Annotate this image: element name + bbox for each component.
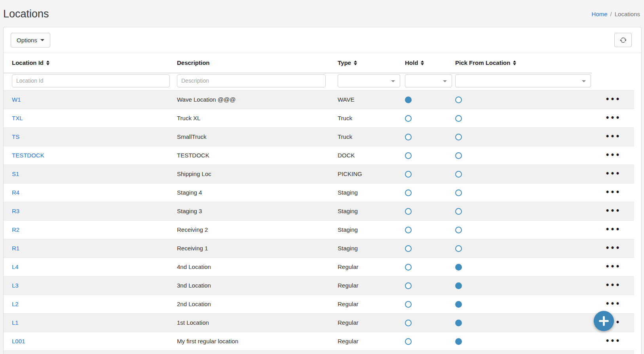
page-title: Locations [3, 8, 49, 20]
location-id-link[interactable]: R3 [12, 208, 19, 214]
location-id-link[interactable]: W1 [12, 96, 21, 103]
page-header: Locations Home / Locations [0, 0, 644, 27]
hold-radio-icon[interactable] [405, 320, 412, 326]
pick-from-location-radio-icon[interactable] [455, 208, 462, 215]
column-header-actions [592, 53, 634, 73]
column-header-description: Description [177, 53, 338, 73]
description-cell: Receiving 2 [177, 226, 208, 233]
table-row: W1 Wave Location @@@ WAVE ••• [4, 90, 634, 109]
row-actions-button[interactable]: ••• [603, 169, 623, 179]
hold-radio-icon[interactable] [405, 208, 412, 215]
hold-radio-icon[interactable] [405, 301, 412, 308]
row-actions-button[interactable]: ••• [603, 225, 623, 235]
caret-down-icon [40, 39, 44, 41]
row-actions-button[interactable]: ••• [603, 299, 623, 309]
caret-down-icon [582, 80, 586, 82]
pick-from-location-radio-icon[interactable] [455, 282, 462, 289]
pick-from-location-radio-icon[interactable] [455, 301, 462, 308]
location-id-link[interactable]: L2 [12, 301, 19, 307]
type-cell: DOCK [338, 152, 355, 159]
description-cell: SmallTruck [177, 133, 206, 140]
pick-from-location-radio-icon[interactable] [455, 264, 462, 271]
hold-radio-icon[interactable] [405, 134, 412, 140]
type-cell: Regular [338, 319, 359, 326]
row-actions-button[interactable]: ••• [603, 132, 623, 142]
description-cell: Receiving 1 [177, 245, 208, 252]
table-row: L3 3nd Location Regular ••• [4, 276, 634, 295]
row-actions-button[interactable]: ••• [603, 336, 623, 346]
location-id-link[interactable]: R1 [12, 245, 19, 252]
refresh-icon [620, 37, 627, 44]
description-filter-input[interactable] [177, 74, 326, 87]
location-id-link[interactable]: TXL [12, 115, 23, 121]
type-filter-select[interactable] [338, 74, 400, 87]
breadcrumb-home-link[interactable]: Home [592, 11, 608, 17]
row-actions-button[interactable]: ••• [603, 113, 623, 123]
row-actions-button[interactable]: ••• [603, 95, 623, 104]
sort-icon [46, 61, 49, 65]
location-id-link[interactable]: TESTDOCK [12, 152, 44, 159]
description-cell: My first regular location [177, 338, 238, 345]
column-header-type[interactable]: Type [338, 53, 405, 73]
pick-from-location-radio-icon[interactable] [455, 115, 462, 122]
location-id-link[interactable]: S1 [12, 170, 19, 177]
location-id-filter-input[interactable] [12, 74, 170, 87]
hold-radio-icon[interactable] [405, 171, 412, 178]
table-row: TS SmallTruck Truck ••• [4, 127, 634, 146]
description-cell: Staging 4 [177, 189, 202, 196]
location-id-link[interactable]: R4 [12, 189, 19, 196]
description-cell: TESTDOCK [177, 152, 209, 159]
hold-radio-icon[interactable] [405, 227, 412, 233]
table-row: R2 Receiving 2 Staging ••• [4, 220, 634, 239]
caret-down-icon [443, 80, 447, 82]
location-id-link[interactable]: L4 [12, 263, 19, 270]
pick-from-location-radio-icon[interactable] [455, 189, 462, 196]
pick-from-location-radio-icon[interactable] [455, 152, 462, 159]
hold-radio-icon[interactable] [405, 338, 412, 345]
hold-radio-icon[interactable] [405, 189, 412, 196]
type-cell: Truck [338, 115, 352, 121]
location-id-link[interactable]: L001 [12, 338, 25, 345]
refresh-button[interactable] [614, 33, 632, 47]
column-label: Description [177, 59, 210, 66]
pick-from-location-radio-icon[interactable] [455, 320, 462, 326]
hold-radio-icon[interactable] [405, 115, 412, 122]
hold-radio-icon[interactable] [405, 282, 412, 289]
column-header-hold[interactable]: Hold [405, 53, 455, 73]
hold-radio-icon[interactable] [405, 245, 412, 252]
row-actions-button[interactable]: ••• [603, 243, 623, 253]
options-button-label: Options [17, 37, 37, 44]
pick-from-location-radio-icon[interactable] [455, 134, 462, 140]
column-label: Type [338, 59, 351, 66]
hold-filter-select[interactable] [405, 74, 452, 87]
row-actions-button[interactable]: ••• [603, 187, 623, 197]
location-id-link[interactable]: R2 [12, 226, 19, 233]
locations-card: Options Location Id [3, 27, 642, 354]
hold-radio-icon[interactable] [405, 264, 412, 271]
row-actions-button[interactable]: ••• [603, 206, 623, 216]
type-cell: WAVE [338, 96, 355, 103]
row-actions-button[interactable]: ••• [603, 280, 623, 290]
breadcrumb-current: Locations [615, 11, 640, 17]
caret-down-icon [391, 80, 395, 82]
add-location-button[interactable] [594, 311, 614, 331]
pick-from-location-radio-icon[interactable] [455, 97, 462, 103]
pick-from-location-radio-icon[interactable] [455, 338, 462, 345]
pick-from-location-radio-icon[interactable] [455, 227, 462, 233]
pick-from-location-radio-icon[interactable] [455, 245, 462, 252]
hold-radio-icon[interactable] [405, 152, 412, 159]
hold-radio-icon[interactable] [405, 97, 412, 103]
type-cell: Regular [338, 282, 359, 289]
pick-from-location-radio-icon[interactable] [455, 171, 462, 178]
column-header-location-id[interactable]: Location Id [4, 53, 177, 73]
type-cell: Truck [338, 133, 352, 140]
location-id-link[interactable]: TS [12, 133, 19, 140]
location-id-link[interactable]: L3 [12, 282, 19, 289]
location-id-link[interactable]: L1 [12, 319, 19, 326]
row-actions-button[interactable]: ••• [603, 150, 623, 160]
column-header-pick-from-location[interactable]: Pick From Location [455, 53, 592, 73]
table-row: L2 2nd Location Regular ••• [4, 295, 634, 313]
pick-from-location-filter-select[interactable] [455, 74, 591, 87]
row-actions-button[interactable]: ••• [603, 262, 623, 272]
options-button[interactable]: Options [11, 33, 50, 47]
